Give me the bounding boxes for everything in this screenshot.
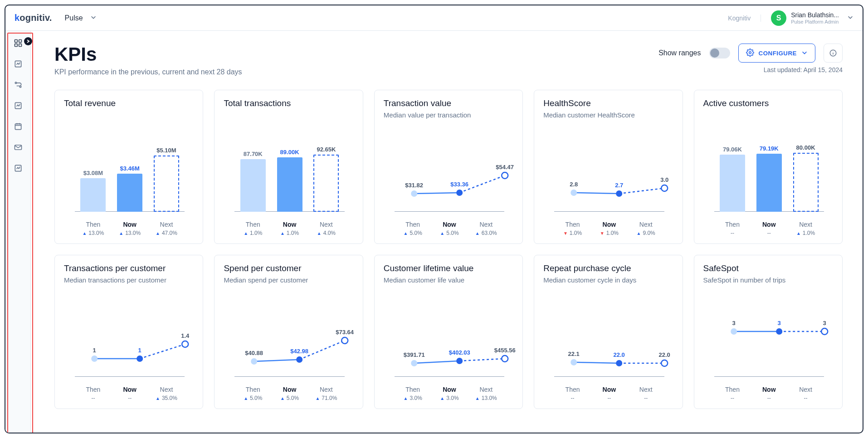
- line-value-label: 1: [93, 347, 96, 354]
- period-label: Then: [246, 386, 260, 393]
- period-label: Now: [603, 386, 616, 393]
- sidebar-item-reports[interactable]: [13, 59, 23, 69]
- kpi-chart: $31.82$33.36$54.47Then 5.0%Now 5.0%Next …: [384, 123, 513, 236]
- kpi-chart: 22.122.022.0Then--Now--Next--: [543, 288, 673, 401]
- triangle-up-icon: [404, 230, 408, 236]
- line-value-label: $455.56: [494, 347, 515, 354]
- line-value-label: 22.0: [614, 351, 625, 358]
- kpi-card-title: SafeSpot: [703, 263, 833, 273]
- bar: [793, 153, 819, 212]
- period-delta: 5.0%: [440, 230, 458, 236]
- period-label: Then: [725, 221, 740, 228]
- line-value-label: 3: [777, 320, 780, 326]
- triangle-up-icon: [82, 230, 87, 236]
- period-delta: --: [91, 395, 95, 401]
- kpi-card-title: Customer lifetime value: [384, 263, 513, 273]
- user-menu[interactable]: S Srian Bulathsin... Pulse Platform Admi…: [771, 10, 853, 26]
- kpi-card[interactable]: Transactions per customerMedian transact…: [54, 255, 203, 409]
- svg-line-33: [254, 360, 300, 361]
- svg-rect-0: [15, 40, 17, 43]
- svg-point-5: [15, 82, 16, 83]
- bar-group: 87.70K89.00K92.65K: [234, 144, 344, 212]
- chevron-down-icon: [847, 14, 853, 22]
- kpi-card-subtitle: Median value per transaction: [384, 111, 513, 119]
- kpi-card[interactable]: Repeat purchase cycleMedian customer cyc…: [534, 255, 683, 409]
- info-button[interactable]: [824, 44, 843, 63]
- period-delta: 35.0%: [156, 395, 177, 401]
- bar: [277, 157, 302, 212]
- kpi-card[interactable]: Total revenue$3.08M$3.46M$5.10MThen 13.0…: [54, 90, 203, 244]
- bar: [80, 178, 106, 212]
- kpi-card-title: Total revenue: [64, 98, 194, 108]
- line-value-label: 1: [138, 347, 141, 354]
- triangle-up-icon: [156, 230, 160, 236]
- kpi-card[interactable]: HealthScoreMedian customer HealthScore2.…: [534, 90, 683, 244]
- period-label: Now: [762, 386, 776, 393]
- bar-value-label: $3.08M: [83, 170, 103, 176]
- sidebar-item-analytics[interactable]: [13, 101, 23, 111]
- period-delta: 71.0%: [315, 395, 337, 401]
- period-delta: --: [644, 395, 648, 401]
- line-value-label: $73.64: [336, 329, 355, 336]
- svg-point-45: [571, 359, 577, 365]
- period-label: Now: [443, 221, 456, 228]
- line-chart: 111.4: [75, 318, 205, 377]
- kpi-card[interactable]: Transaction valueMedian value per transa…: [374, 90, 523, 244]
- period-delta: --: [767, 230, 771, 236]
- bar-value-label: 87.70K: [244, 151, 263, 157]
- line-value-label: $33.36: [450, 181, 468, 188]
- main-content: KPIs KPI performance in the previous, cu…: [31, 31, 863, 433]
- line-chart: 2.82.73.0: [554, 153, 684, 212]
- triangle-up-icon: [440, 395, 444, 401]
- kpi-card-title: Active customers: [703, 98, 833, 108]
- kpi-card[interactable]: Spend per customerMedian spend per custo…: [214, 255, 363, 409]
- expand-sidebar-icon[interactable]: [24, 37, 32, 45]
- svg-point-26: [616, 190, 622, 197]
- sidebar-item-flows[interactable]: [13, 80, 23, 90]
- bar: [240, 159, 266, 212]
- period-label: Then: [725, 386, 740, 393]
- sidebar-item-mail[interactable]: [13, 142, 23, 152]
- bar-value-label: $5.10M: [156, 147, 176, 154]
- period-label: Then: [566, 221, 580, 228]
- period-delta: 1.0%: [280, 230, 299, 236]
- brand-logo[interactable]: kognitiv.: [15, 13, 52, 23]
- sidebar-item-calendar[interactable]: [13, 122, 23, 131]
- period-label: Now: [123, 221, 137, 228]
- period-delta: 47.0%: [156, 230, 177, 236]
- svg-point-30: [91, 355, 98, 362]
- period-row: Then 13.0%Now 13.0%Next 47.0%: [75, 221, 185, 236]
- nav-dropdown[interactable]: Pulse: [65, 14, 97, 22]
- kpi-chart: $391.71$402.03$455.56Then 3.0%Now 3.0%Ne…: [384, 288, 513, 401]
- svg-point-42: [502, 355, 508, 362]
- highlight-box: [7, 33, 33, 433]
- kpi-card-title: Transaction value: [384, 98, 513, 108]
- kpi-card-title: Transactions per customer: [64, 263, 194, 273]
- sidebar-item-insights[interactable]: [13, 163, 23, 173]
- period-label: Now: [283, 386, 297, 393]
- period-delta: 5.0%: [244, 395, 262, 401]
- line-chart: $31.82$33.36$54.47: [395, 153, 524, 212]
- svg-point-40: [411, 360, 417, 366]
- triangle-down-icon: [600, 230, 605, 236]
- line-value-label: $31.82: [405, 182, 423, 189]
- svg-line-43: [574, 362, 619, 363]
- kpi-card[interactable]: Active customers79.06K79.19K80.00KThen--…: [694, 90, 843, 244]
- kpi-card[interactable]: Customer lifetime valueMedian customer l…: [374, 255, 523, 409]
- kpi-card[interactable]: SafeSpotSafeSpot in number of trips333Th…: [694, 255, 843, 409]
- bar-group: $3.08M$3.46M$5.10M: [75, 144, 185, 212]
- kpi-card-title: Repeat purchase cycle: [543, 263, 673, 273]
- period-label: Next: [320, 386, 333, 393]
- period-delta: 5.0%: [280, 395, 299, 401]
- period-label: Next: [160, 221, 173, 228]
- kpi-card[interactable]: Total transactions87.70K89.00K92.65KThen…: [214, 90, 363, 244]
- show-ranges-toggle[interactable]: [709, 48, 730, 58]
- period-label: Next: [639, 386, 653, 393]
- bar-value-label: 92.65K: [317, 146, 336, 153]
- sidebar-item-dashboard[interactable]: [13, 38, 23, 48]
- avatar: S: [771, 10, 786, 26]
- period-row: Then 1.0%Now 1.0%Next 9.0%: [554, 221, 664, 236]
- configure-button[interactable]: CONFIGURE: [738, 44, 815, 63]
- bar-value-label: $3.46M: [120, 165, 140, 172]
- page-header: KPIs KPI performance in the previous, cu…: [54, 44, 843, 76]
